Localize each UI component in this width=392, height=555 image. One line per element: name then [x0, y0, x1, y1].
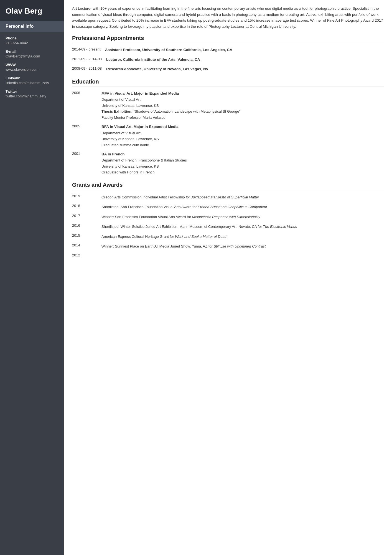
entry-content: American Express Cultural Heritage Grant… [101, 233, 384, 239]
grant-text: Oregon Arts Commission Individual Artist… [101, 195, 384, 200]
entry-content: Lecturer, California Institute of the Ar… [106, 57, 384, 62]
grant-entry: 2019 Oregon Arts Commission Individual A… [72, 194, 384, 200]
entry-title: BA in French [101, 152, 384, 157]
entry-detail: University of Kansas, Lawrence, KS [101, 164, 384, 169]
grants-title: Grants and Awards [72, 182, 384, 190]
appointment-entry: 2014-09 - present Assistant Professor, U… [72, 47, 384, 53]
entry-detail: Department of Visual Art [101, 97, 384, 102]
main-content: Art Lecturer with 10+ years of experienc… [64, 0, 392, 555]
grant-text: American Express Cultural Heritage Grant… [101, 234, 384, 239]
sidebar-info-item: Phone 218-654-0042 [6, 36, 58, 45]
entry-date: 2008-09 - 2011-08 [72, 66, 102, 72]
grant-entry: 2012 [72, 253, 384, 257]
entry-detail: University of Kansas, Lawrence, KS [101, 103, 384, 109]
education-section: Education 2008 MFA in Visual Art, Major … [72, 79, 384, 175]
grant-text: Shortlisted: Winter Solstice Juried Art … [101, 224, 384, 229]
sidebar-info-value: linkedin.com/mjhamm_zety [6, 81, 58, 85]
grant-entry: 2017 Winner: San Francisco Foundation Vi… [72, 214, 384, 220]
entry-content: Shortlisted: San Francisco Foundation Vi… [101, 204, 384, 210]
entry-date: 2012 [72, 253, 97, 257]
education-entry: 2001 BA in French Department of French, … [72, 152, 384, 175]
entry-date: 2018 [72, 204, 97, 210]
sidebar-info-label: Twitter [6, 89, 58, 94]
grants-section: Grants and Awards 2019 Oregon Arts Commi… [72, 182, 384, 257]
sidebar-info-item: Twitter twitter.com/mjhamm_zety [6, 89, 58, 98]
entry-content: Shortlisted: Winter Solstice Juried Art … [101, 223, 384, 229]
grant-entry: 2015 American Express Cultural Heritage … [72, 233, 384, 239]
grant-entry: 2016 Shortlisted: Winter Solstice Juried… [72, 223, 384, 229]
education-entry: 2005 BFA in Visual Art, Major in Expande… [72, 124, 384, 148]
entry-date: 2001 [72, 152, 97, 175]
sidebar-info-value: 218-654-0042 [6, 41, 58, 45]
entry-detail: University of Kansas, Lawrence, KS [101, 136, 384, 142]
appointment-entry: 2011-09 - 2014-08 Lecturer, California I… [72, 57, 384, 62]
summary-text: Art Lecturer with 10+ years of experienc… [72, 6, 384, 29]
entry-detail: Graduated summa cum laude [101, 142, 384, 148]
sidebar-info-item: LinkedIn linkedin.com/mjhamm_zety [6, 76, 58, 85]
entry-content [101, 253, 384, 257]
grant-text: Winner: Sunniest Place on Earth All Medi… [101, 244, 384, 249]
sidebar-info-value: twitter.com/mjhamm_zety [6, 94, 58, 98]
entry-detail: Faculty Mentor Professor Maria Velasco [101, 115, 384, 120]
appointment-entry: 2008-09 - 2011-08 Research Associate, Un… [72, 66, 384, 72]
grant-text: Shortlisted: San Francisco Foundation Vi… [101, 204, 384, 210]
entry-date: 2016 [72, 223, 97, 229]
sidebar-info-label: LinkedIn [6, 76, 58, 80]
education-title: Education [72, 79, 384, 87]
entry-date: 2019 [72, 194, 97, 200]
entry-content: Assistant Professor, University of South… [105, 47, 384, 53]
appointments-section: Professional Appointments 2014-09 - pres… [72, 35, 384, 72]
sidebar: Olav Berg Personal Info Phone 218-654-00… [0, 0, 64, 555]
sidebar-info-item: WWW www.olaversion.com [6, 63, 58, 72]
entry-content: Oregon Arts Commission Individual Artist… [101, 194, 384, 200]
entry-content: BFA in Visual Art, Major in Expanded Med… [101, 124, 384, 148]
entry-detail: Thesis Exhibition: “Shadows of Automatio… [101, 109, 384, 114]
entry-date: 2015 [72, 233, 97, 239]
entry-title: BFA in Visual Art, Major in Expanded Med… [101, 124, 384, 130]
sidebar-info-label: WWW [6, 63, 58, 67]
grant-entry: 2018 Shortlisted: San Francisco Foundati… [72, 204, 384, 210]
entry-date: 2014-09 - present [72, 47, 101, 53]
entry-content: MFA in Visual Art, Major in Expanded Med… [101, 91, 384, 120]
entry-content: Winner: San Francisco Foundation Visual … [101, 214, 384, 220]
entry-detail: Graduated with Honors in French [101, 170, 384, 175]
personal-info-section: Phone 218-654-0042 E-mail OlavBerg@rhyta… [0, 32, 64, 107]
entry-date: 2008 [72, 91, 97, 120]
entry-date: 2014 [72, 243, 97, 249]
sidebar-info-value: www.olaversion.com [6, 67, 58, 72]
sidebar-info-label: Phone [6, 36, 58, 40]
sidebar-info-value: OlavBerg@rhyta.com [6, 54, 58, 58]
entry-date: 2005 [72, 124, 97, 148]
entry-content: Winner: Sunniest Place on Earth All Medi… [101, 243, 384, 249]
entry-content: BA in French Department of French, Franc… [101, 152, 384, 175]
entry-date: 2017 [72, 214, 97, 220]
entry-title: Research Associate, University of Nevada… [106, 66, 384, 72]
education-entry: 2008 MFA in Visual Art, Major in Expande… [72, 91, 384, 120]
entry-title: Lecturer, California Institute of the Ar… [106, 57, 384, 62]
entry-detail: Department of French, Francophone & Ital… [101, 158, 384, 163]
entry-title: MFA in Visual Art, Major in Expanded Med… [101, 91, 384, 96]
entry-detail: Department of Visual Art [101, 130, 384, 136]
grant-text: Winner: San Francisco Foundation Visual … [101, 214, 384, 220]
sidebar-info-item: E-mail OlavBerg@rhyta.com [6, 49, 58, 58]
entry-content: Research Associate, University of Nevada… [106, 66, 384, 72]
grant-entry: 2014 Winner: Sunniest Place on Earth All… [72, 243, 384, 249]
sidebar-info-label: E-mail [6, 49, 58, 54]
entry-date: 2011-09 - 2014-08 [72, 57, 102, 62]
appointments-title: Professional Appointments [72, 35, 384, 43]
entry-title: Assistant Professor, University of South… [105, 47, 384, 53]
candidate-name: Olav Berg [0, 0, 64, 21]
personal-info-heading: Personal Info [0, 21, 64, 32]
